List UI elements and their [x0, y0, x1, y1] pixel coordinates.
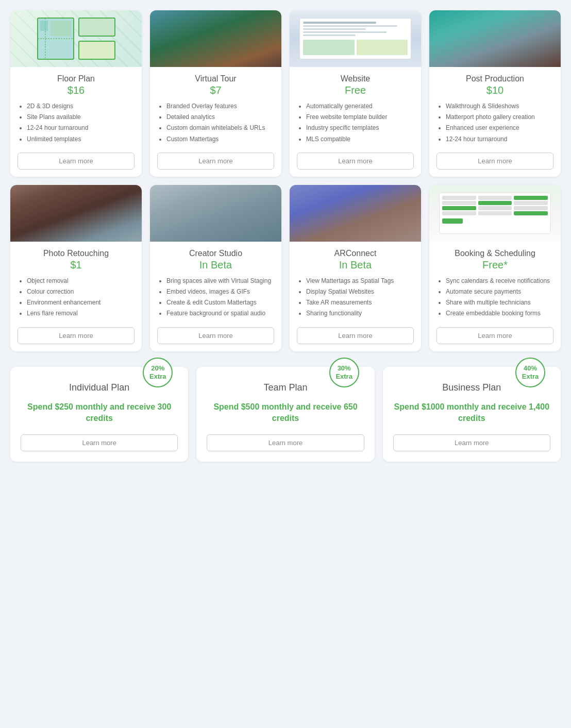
post-production-title: Post Production	[436, 74, 553, 83]
virtual-tour-price: $7	[157, 84, 274, 96]
arconnect-feature-4: Sharing functionality	[306, 309, 414, 318]
website-features: Automatically generated Free website tem…	[297, 101, 414, 145]
creator-studio-learn-more-button[interactable]: Learn more	[157, 327, 274, 344]
plan-business: 40% Extra Business Plan Spend $1000 mont…	[383, 367, 561, 462]
website-feature-3: Industry specific templates	[306, 123, 414, 133]
post-production-image	[429, 10, 561, 67]
floor-plan-learn-more-button[interactable]: Learn more	[18, 153, 135, 170]
creator-studio-price: In Beta	[157, 259, 274, 271]
creator-studio-feature-2: Embed videos, images & GIFs	[166, 287, 274, 297]
arconnect-feature-3: Take AR measurements	[306, 298, 414, 308]
post-production-features: Walkthrough & Slideshows Matterport phot…	[436, 101, 553, 145]
website-feature-1: Automatically generated	[306, 101, 414, 111]
photo-retouching-footer: Learn more	[10, 320, 142, 351]
individual-plan-description: Spend $250 monthly and receive 300 credi…	[21, 401, 178, 425]
website-line-2	[303, 28, 366, 30]
creator-studio-feature-3: Create & edit Custom Mattertags	[166, 298, 274, 308]
business-plan-badge-extra: Extra	[522, 373, 539, 381]
post-production-feature-3: Enhanced user experience	[446, 123, 553, 133]
team-plan-learn-more-button[interactable]: Learn more	[207, 434, 364, 451]
plan-individual: 20% Extra Individual Plan Spend $250 mon…	[10, 367, 188, 462]
svg-rect-1	[79, 18, 115, 36]
row2-grid: Photo Retouching $1 Object removal Colou…	[10, 185, 561, 351]
booking-scheduling-feature-1: Sync calendars & receive notifications	[446, 276, 553, 286]
row1-grid: Floor Plan $16 2D & 3D designs Site Plan…	[10, 10, 561, 177]
floor-plan-feature-3: 12-24 hour turnaround	[27, 123, 135, 133]
individual-plan-learn-more-button[interactable]: Learn more	[21, 434, 178, 451]
arconnect-body: ARConnect In Beta View Mattertags as Spa…	[290, 242, 421, 320]
photo-retouching-features: Object removal Colour correction Environ…	[18, 276, 135, 320]
individual-plan-name: Individual Plan	[69, 382, 129, 393]
website-feature-2: Free website template builder	[306, 112, 414, 122]
website-bar	[303, 22, 376, 24]
plans-grid: 20% Extra Individual Plan Spend $250 mon…	[10, 367, 561, 462]
website-learn-more-button[interactable]: Learn more	[297, 153, 414, 170]
photo-retouching-price: $1	[18, 259, 135, 271]
floor-plan-footer: Learn more	[10, 145, 142, 177]
plan-team: 30% Extra Team Plan Spend $500 monthly a…	[196, 367, 374, 462]
booking-button-placeholder	[442, 218, 463, 224]
business-plan-description: Spend $1000 monthly and receive 1,400 cr…	[393, 401, 550, 425]
floor-plan-body: Floor Plan $16 2D & 3D designs Site Plan…	[10, 67, 142, 145]
individual-plan-footer: Learn more	[21, 434, 178, 451]
arconnect-image	[290, 185, 421, 242]
arconnect-feature-2: Display Spatial Websites	[306, 287, 414, 297]
creator-studio-body: Creator Studio In Beta Bring spaces aliv…	[150, 242, 281, 320]
booking-image-inner	[439, 193, 551, 234]
svg-rect-5	[40, 21, 48, 31]
arconnect-features: View Mattertags as Spatial Tags Display …	[297, 276, 414, 320]
creator-studio-feature-4: Feature background or spatial audio	[166, 309, 274, 318]
floor-plan-image	[10, 10, 142, 67]
booking-row-3	[442, 206, 548, 210]
website-line-1	[303, 25, 397, 27]
booking-row-4	[442, 211, 548, 215]
card-arconnect: ARConnect In Beta View Mattertags as Spa…	[290, 185, 421, 351]
virtual-tour-learn-more-button[interactable]: Learn more	[157, 153, 274, 170]
individual-plan-badge-extra: Extra	[149, 373, 166, 381]
booking-scheduling-title: Booking & Scheduling	[436, 249, 553, 258]
floor-plan-title: Floor Plan	[18, 74, 135, 83]
creator-studio-image	[150, 185, 281, 242]
website-line-3	[303, 31, 387, 33]
photo-retouching-learn-more-button[interactable]: Learn more	[18, 327, 135, 344]
photo-retouching-body: Photo Retouching $1 Object removal Colou…	[10, 242, 142, 320]
card-post-production: Post Production $10 Walkthrough & Slides…	[429, 10, 561, 177]
business-plan-badge: 40% Extra	[515, 358, 545, 387]
card-photo-retouching: Photo Retouching $1 Object removal Colou…	[10, 185, 142, 351]
card-website: Website Free Automatically generated Fre…	[290, 10, 421, 177]
website-feature-4: MLS compatible	[306, 134, 414, 144]
team-plan-footer: Learn more	[207, 434, 364, 451]
virtual-tour-features: Branded Overlay features Detailed analyt…	[157, 101, 274, 145]
booking-scheduling-feature-4: Create embeddable booking forms	[446, 309, 553, 318]
photo-retouching-feature-2: Colour correction	[27, 287, 135, 297]
arconnect-footer: Learn more	[290, 320, 421, 351]
team-plan-description: Spend $500 monthly and receive 650 credi…	[207, 401, 364, 425]
photo-retouching-feature-4: Lens flare removal	[27, 309, 135, 318]
virtual-tour-footer: Learn more	[150, 145, 281, 177]
business-plan-learn-more-button[interactable]: Learn more	[393, 434, 550, 451]
booking-scheduling-learn-more-button[interactable]: Learn more	[436, 327, 553, 344]
arconnect-learn-more-button[interactable]: Learn more	[297, 327, 414, 344]
business-plan-name: Business Plan	[442, 382, 501, 393]
booking-scheduling-features: Sync calendars & receive notifications A…	[436, 276, 553, 320]
floor-plan-features: 2D & 3D designs Site Plans available 12-…	[18, 101, 135, 145]
booking-scheduling-feature-3: Share with multiple technicians	[446, 298, 553, 308]
website-price: Free	[297, 84, 414, 96]
svg-rect-6	[51, 21, 71, 36]
individual-plan-badge-percent: 20%	[151, 364, 164, 373]
team-plan-badge: 30% Extra	[329, 358, 359, 387]
website-image	[290, 10, 421, 67]
website-image-inner	[299, 18, 411, 59]
team-plan-badge-percent: 30%	[338, 364, 351, 373]
website-title: Website	[297, 74, 414, 83]
arconnect-title: ARConnect	[297, 249, 414, 258]
website-body: Website Free Automatically generated Fre…	[290, 67, 421, 145]
card-floor-plan: Floor Plan $16 2D & 3D designs Site Plan…	[10, 10, 142, 177]
individual-plan-badge: 20% Extra	[143, 358, 173, 387]
post-production-feature-2: Matterport photo gallery creation	[446, 112, 553, 122]
booking-row-1	[442, 196, 548, 200]
post-production-learn-more-button[interactable]: Learn more	[436, 153, 553, 170]
creator-studio-title: Creator Studio	[157, 249, 274, 258]
team-plan-badge-extra: Extra	[335, 373, 352, 381]
photo-retouching-feature-1: Object removal	[27, 276, 135, 286]
